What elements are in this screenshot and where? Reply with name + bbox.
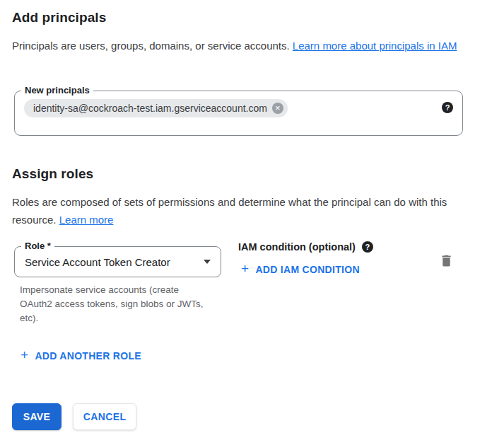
trash-icon (439, 253, 454, 268)
roles-description: Roles are composed of sets of permission… (12, 193, 473, 229)
add-principals-panel: Add principals Principals are users, gro… (0, 0, 504, 445)
add-iam-condition-button[interactable]: + ADD IAM CONDITION (241, 262, 360, 276)
new-principals-help-icon[interactable]: ? (442, 102, 453, 113)
new-principals-label: New principals (21, 85, 93, 96)
add-iam-condition-label: ADD IAM CONDITION (255, 264, 359, 275)
iam-condition-label: IAM condition (optional) (238, 241, 356, 253)
role-selected-value: Service Account Token Creator (25, 256, 198, 268)
plus-icon: + (20, 348, 28, 362)
principals-description: Principals are users, groups, domains, o… (12, 37, 473, 54)
learn-more-roles-link[interactable]: Learn more (59, 214, 114, 226)
learn-more-principals-link[interactable]: Learn more about principals in IAM (293, 40, 457, 52)
role-label: Role * (21, 241, 54, 252)
page-title: Add principals (12, 10, 106, 25)
principal-chip-text: identity-sa@cockroach-test.iam.gservicea… (33, 103, 267, 114)
iam-condition-header: IAM condition (optional) ? (238, 241, 373, 253)
save-button[interactable]: SAVE (12, 403, 61, 430)
principals-description-text: Principals are users, groups, domains, o… (12, 40, 293, 52)
role-select[interactable]: Role * Service Account Token Creator (14, 246, 221, 277)
assign-roles-title: Assign roles (12, 166, 93, 182)
new-principals-field[interactable]: New principals identity-sa@cockroach-tes… (14, 91, 463, 136)
delete-role-button[interactable] (436, 250, 456, 270)
chip-remove-icon[interactable]: × (272, 103, 283, 114)
add-another-role-button[interactable]: + ADD ANOTHER ROLE (20, 349, 141, 362)
iam-condition-help-icon[interactable]: ? (362, 241, 373, 253)
principal-chip[interactable]: identity-sa@cockroach-test.iam.gservicea… (24, 99, 288, 117)
chevron-down-icon (204, 260, 211, 264)
add-another-role-label: ADD ANOTHER ROLE (35, 350, 141, 362)
plus-icon: + (241, 262, 249, 275)
cancel-button[interactable]: CANCEL (73, 403, 136, 430)
role-helper-text: Impersonate service accounts (create OAu… (20, 283, 205, 325)
